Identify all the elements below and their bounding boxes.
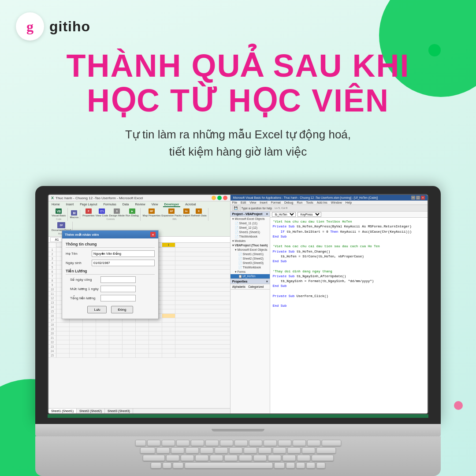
menu-window[interactable]: Window: [331, 201, 342, 204]
key-w[interactable]: [162, 440, 175, 446]
key-backspace[interactable]: [322, 440, 341, 446]
menu-debug[interactable]: Debug: [284, 201, 294, 204]
key-arrow-up[interactable]: [296, 462, 305, 469]
btn-luu[interactable]: Lưu: [87, 306, 107, 313]
tree-item-forms[interactable]: ▾ Forms: [231, 270, 270, 274]
key-j[interactable]: [244, 447, 257, 454]
btn-dong[interactable]: Đóng: [111, 306, 133, 313]
props-close-btn[interactable]: ×: [266, 280, 268, 283]
key-bracket-left[interactable]: [293, 440, 306, 446]
vba-minimize-btn[interactable]: ─: [411, 196, 415, 200]
menu-addins[interactable]: Add-Ins: [317, 201, 327, 204]
tree-item-sheet3[interactable]: 📄 Sheet3 (Sheet3): [231, 261, 270, 265]
menu-insert[interactable]: Insert: [260, 201, 268, 204]
ribbon-tab-developer[interactable]: Developer: [163, 202, 181, 207]
key-h[interactable]: [229, 447, 242, 454]
sheet-tab-1[interactable]: Sheet1 (Sheet1): [48, 409, 77, 413]
props-tab-alpha[interactable]: Alphabetic: [232, 285, 245, 288]
toolbar-save-btn[interactable]: 💾: [232, 205, 239, 211]
tree-item-thiswb1[interactable]: 📄 ThisWorkbook: [231, 234, 270, 239]
key-q[interactable]: [147, 440, 160, 446]
ribbon-btn-mapprops[interactable]: MP Map Properties: [143, 208, 161, 217]
props-tab-cat[interactable]: Categorized: [248, 285, 264, 288]
key-fn[interactable]: [163, 462, 171, 469]
key-g[interactable]: [215, 447, 228, 454]
tree-item-sheet1[interactable]: 📄 Sheet1 (Sheet1): [231, 230, 270, 234]
ribbon-btn-macros[interactable]: M Macros: [70, 210, 79, 219]
key-bracket-right[interactable]: [307, 440, 320, 446]
key-alt-left[interactable]: [173, 462, 183, 469]
key-ctrl-left[interactable]: [151, 462, 161, 469]
key-v[interactable]: [210, 455, 223, 461]
ribbon-btn-exppack[interactable]: EP Expansion Packs: [161, 208, 182, 217]
key-semicolon[interactable]: [287, 447, 301, 454]
search-box[interactable]: Type a question for help: [242, 207, 272, 210]
tree-item-vbaproject[interactable]: ▾ VBAProject (Thuc hanh): [231, 243, 270, 248]
key-y[interactable]: [220, 440, 233, 446]
key-c[interactable]: [195, 455, 208, 461]
ribbon-btn-refreshdata[interactable]: R Refresh Data: [191, 208, 206, 217]
key-shift-left[interactable]: [143, 455, 165, 461]
vba-maximize-btn[interactable]: □: [416, 196, 420, 200]
ribbon-tab-insert[interactable]: Insert: [65, 202, 75, 207]
ribbon-tab-acrobat[interactable]: Acrobat: [184, 202, 197, 207]
key-arrow-down[interactable]: [306, 462, 315, 469]
sidebar-close-btn[interactable]: ×: [266, 212, 268, 216]
menu-tools[interactable]: Tools: [306, 201, 313, 204]
key-i[interactable]: [249, 440, 262, 446]
input-mucluong[interactable]: [100, 286, 136, 292]
key-period[interactable]: [283, 455, 296, 461]
key-r[interactable]: [191, 440, 204, 446]
minimize-icon[interactable]: [212, 196, 216, 200]
key-z[interactable]: [166, 455, 179, 461]
key-l[interactable]: [273, 447, 286, 454]
key-enter[interactable]: [316, 447, 336, 454]
key-a[interactable]: [156, 447, 170, 454]
close-icon[interactable]: [223, 196, 227, 200]
key-t[interactable]: [205, 440, 219, 446]
tree-item-sheet1-2[interactable]: 📄 Sheet1 (Sheet1): [231, 252, 270, 257]
maximize-icon[interactable]: [217, 196, 222, 200]
key-caps[interactable]: [140, 447, 155, 454]
key-comma[interactable]: [268, 455, 281, 461]
key-k[interactable]: [258, 447, 271, 454]
key-b[interactable]: [224, 455, 238, 461]
key-alt-right[interactable]: [274, 462, 285, 469]
ribbon-tab-pagelayout[interactable]: Page Layout: [78, 202, 98, 207]
ribbon-btn-import[interactable]: Im Import: [182, 208, 190, 217]
key-arrow-right[interactable]: [316, 462, 325, 469]
key-x[interactable]: [181, 455, 194, 461]
ribbon-btn-properties[interactable]: P Properties: [82, 208, 94, 217]
key-u[interactable]: [234, 440, 248, 446]
event-selector[interactable]: KeyPress: [298, 212, 321, 217]
ribbon-btn-rundialog[interactable]: ▶ Run Dialog: [126, 208, 139, 217]
tree-item-sheet11[interactable]: 📄 Sheet_11 (11): [231, 221, 270, 226]
ribbon-tab-formulas[interactable]: Formulas: [102, 202, 118, 207]
ribbon-btn-designmode[interactable]: D Design Mode: [109, 208, 125, 217]
key-m[interactable]: [253, 455, 267, 461]
key-space[interactable]: [185, 462, 273, 469]
tree-item-sheet2[interactable]: 📄 Sheet2 (Sheet2): [231, 257, 270, 261]
input-ngaysinh[interactable]: [92, 260, 155, 266]
key-s[interactable]: [171, 447, 184, 454]
ribbon-tab-review[interactable]: Review: [134, 202, 147, 207]
menu-format[interactable]: Format: [271, 201, 281, 204]
tree-item-msexcel[interactable]: ▾ Microsoft Excel Objects: [231, 217, 270, 221]
key-shift-right[interactable]: [312, 455, 334, 461]
key-o[interactable]: [264, 440, 277, 446]
vba-close-btn[interactable]: ×: [421, 196, 425, 200]
tree-item-sheet12[interactable]: 📄 Sheet_12 (12): [231, 226, 270, 230]
tree-item-thiswb2[interactable]: 📄 ThisWorkbook: [231, 265, 270, 270]
ribbon-btn-viewcode[interactable]: {'}'} View Code: [96, 208, 108, 217]
menu-view[interactable]: View: [249, 201, 256, 204]
input-songaycong[interactable]: [100, 276, 136, 283]
key-p[interactable]: [278, 440, 291, 446]
menu-file[interactable]: File: [232, 201, 237, 204]
object-selector[interactable]: tb_HoTen: [272, 212, 296, 217]
sheet-tab-2[interactable]: Sheet2 (Sheet2): [77, 409, 105, 413]
key-n[interactable]: [239, 455, 252, 461]
dialog-close-button[interactable]: ×: [150, 232, 156, 237]
tree-item-modules[interactable]: ▾ Modules: [231, 239, 270, 243]
key-d[interactable]: [186, 447, 199, 454]
key-arrow-left[interactable]: [286, 462, 295, 469]
